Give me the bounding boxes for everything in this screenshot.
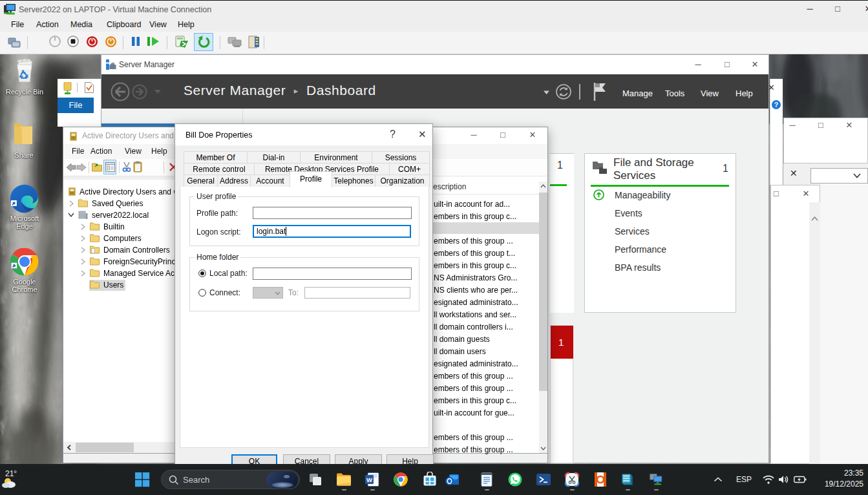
svg-text:W: W (366, 476, 372, 483)
